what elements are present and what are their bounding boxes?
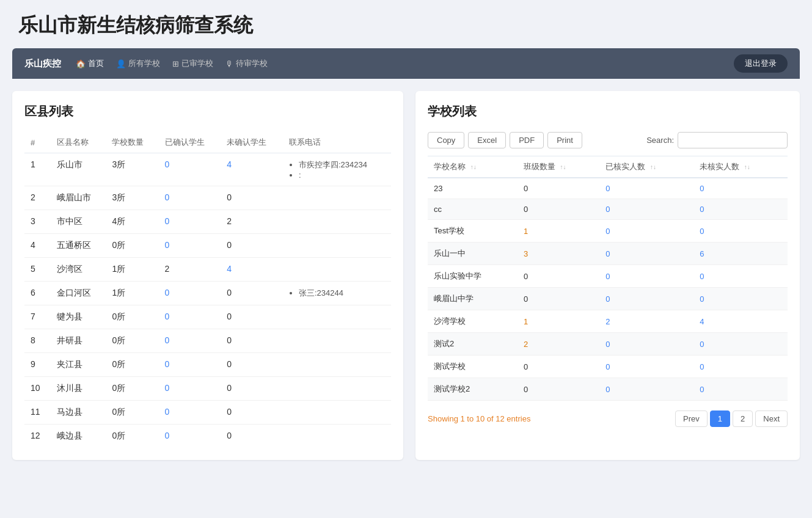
nav-approved-schools[interactable]: ⊞ 已审学校	[172, 58, 213, 69]
person-icon: 👤	[116, 59, 126, 68]
cell-school-name: 乐山实验中学	[428, 265, 518, 288]
nav-home[interactable]: 🏠 首页	[76, 58, 104, 69]
cell-unconfirmed: 0	[221, 234, 283, 258]
cell-verified: 0	[599, 220, 693, 243]
cell-confirmed: 0	[159, 329, 221, 353]
cell-confirmed: 0	[159, 282, 221, 305]
district-panel-title: 区县列表	[24, 103, 391, 120]
cell-contact	[283, 305, 391, 329]
cell-school-count: 0所	[106, 329, 158, 353]
cell-verified: 0	[599, 333, 693, 356]
cell-id: 1	[24, 153, 51, 186]
cell-id: 12	[24, 425, 51, 448]
sort-name-icon[interactable]: ↑↓	[470, 164, 477, 170]
table-row: 6 金口河区 1所 0 0 张三:234244	[24, 282, 391, 305]
cell-classes: 0	[518, 199, 599, 220]
table-row: 乐山实验中学 0 0 0	[428, 265, 788, 288]
cell-contact	[283, 377, 391, 401]
cell-school-count: 0所	[106, 425, 158, 448]
cell-classes: 0	[518, 378, 599, 401]
cell-id: 4	[24, 234, 51, 258]
main-content: 区县列表 # 区县名称 学校数量 已确认学生 未确认学生 联系电话 1 乐山市 …	[12, 91, 800, 460]
table-row: 2 峨眉山市 3所 0 0	[24, 186, 391, 210]
cell-unconfirmed: 0	[221, 377, 283, 401]
cell-classes: 3	[518, 243, 599, 265]
search-label: Search:	[646, 136, 674, 145]
nav-all-schools[interactable]: 👤 所有学校	[116, 58, 160, 69]
cell-district-name: 夹江县	[51, 353, 106, 377]
cell-unconfirmed: 0	[221, 186, 283, 210]
col-confirmed: 已确认学生	[159, 132, 221, 153]
table-row: 峨眉山中学 0 0 0	[428, 288, 788, 310]
cell-contact: 市疾控李四:234234:	[283, 153, 391, 186]
cell-school-count: 0所	[106, 377, 158, 401]
cell-school-count: 0所	[106, 401, 158, 425]
cell-unconfirmed: 0	[221, 329, 283, 353]
table-row: Test学校 1 0 0	[428, 220, 788, 243]
cell-id: 9	[24, 353, 51, 377]
nav-pending-schools[interactable]: 🎙 待审学校	[225, 58, 268, 69]
table-row: 测试2 2 0 0	[428, 333, 788, 356]
cell-school-count: 4所	[106, 210, 158, 234]
cell-district-name: 五通桥区	[51, 234, 106, 258]
page2-button[interactable]: 2	[733, 410, 753, 427]
print-button[interactable]: Print	[547, 132, 582, 148]
cell-unconfirmed: 0	[221, 401, 283, 425]
school-panel-title: 学校列表	[428, 103, 788, 120]
cell-classes: 0	[518, 265, 599, 288]
pdf-button[interactable]: PDF	[510, 132, 544, 148]
table-row: 沙湾学校 1 2 4	[428, 310, 788, 333]
search-input[interactable]	[678, 132, 788, 148]
copy-button[interactable]: Copy	[428, 132, 464, 148]
cell-unverified: 0	[693, 265, 788, 288]
cell-id: 10	[24, 377, 51, 401]
pagination-info: Showing 1 to 10 of 12 entries	[428, 414, 530, 423]
nav-bar: 乐山疾控 🏠 首页 👤 所有学校 ⊞ 已审学校 🎙 待审学校 退出登录	[12, 48, 800, 79]
sort-verified-icon[interactable]: ↑↓	[650, 164, 656, 170]
cell-contact	[283, 401, 391, 425]
cell-school-name: 测试学校2	[428, 378, 518, 401]
cell-contact	[283, 258, 391, 282]
sort-unverified-icon[interactable]: ↑↓	[744, 164, 750, 170]
pagination-buttons: Prev 1 2 Next	[675, 410, 788, 427]
cell-school-name: cc	[428, 199, 518, 220]
cell-district-name: 市中区	[51, 210, 106, 234]
table-row: 测试学校 0 0 0	[428, 356, 788, 378]
logout-button[interactable]: 退出登录	[734, 54, 788, 73]
cell-contact	[283, 234, 391, 258]
cell-school-count: 0所	[106, 234, 158, 258]
school-col-name: 学校名称 ↑↓	[428, 156, 518, 178]
district-panel: 区县列表 # 区县名称 学校数量 已确认学生 未确认学生 联系电话 1 乐山市 …	[12, 91, 403, 460]
prev-button[interactable]: Prev	[675, 410, 708, 427]
table-row: 1 乐山市 3所 0 4 市疾控李四:234234:	[24, 153, 391, 186]
page1-button[interactable]: 1	[710, 410, 730, 427]
cell-id: 2	[24, 186, 51, 210]
mic-icon: 🎙	[225, 59, 233, 68]
home-icon: 🏠	[76, 59, 86, 68]
cell-confirmed: 0	[159, 153, 221, 186]
contact-item: 市疾控李四:234234	[299, 159, 385, 170]
nav-brand: 乐山疾控	[24, 58, 61, 70]
cell-id: 5	[24, 258, 51, 282]
table-row: 测试学校2 0 0 0	[428, 378, 788, 401]
cell-verified: 0	[599, 288, 693, 310]
cell-unverified: 0	[693, 178, 788, 199]
table-row: 5 沙湾区 1所 2 4	[24, 258, 391, 282]
cell-unconfirmed: 0	[221, 425, 283, 448]
next-button[interactable]: Next	[755, 410, 788, 427]
cell-school-count: 0所	[106, 353, 158, 377]
cell-school-name: 峨眉山中学	[428, 288, 518, 310]
cell-district-name: 峨眉山市	[51, 186, 106, 210]
cell-verified: 0	[599, 243, 693, 265]
cell-district-name: 井研县	[51, 329, 106, 353]
cell-unverified: 4	[693, 310, 788, 333]
excel-button[interactable]: Excel	[468, 132, 506, 148]
cell-school-count: 1所	[106, 282, 158, 305]
cell-id: 6	[24, 282, 51, 305]
cell-classes: 2	[518, 333, 599, 356]
cell-contact	[283, 353, 391, 377]
cell-school-name: 沙湾学校	[428, 310, 518, 333]
cell-unverified: 0	[693, 199, 788, 220]
col-district-name: 区县名称	[51, 132, 106, 153]
sort-classes-icon[interactable]: ↑↓	[560, 164, 566, 170]
